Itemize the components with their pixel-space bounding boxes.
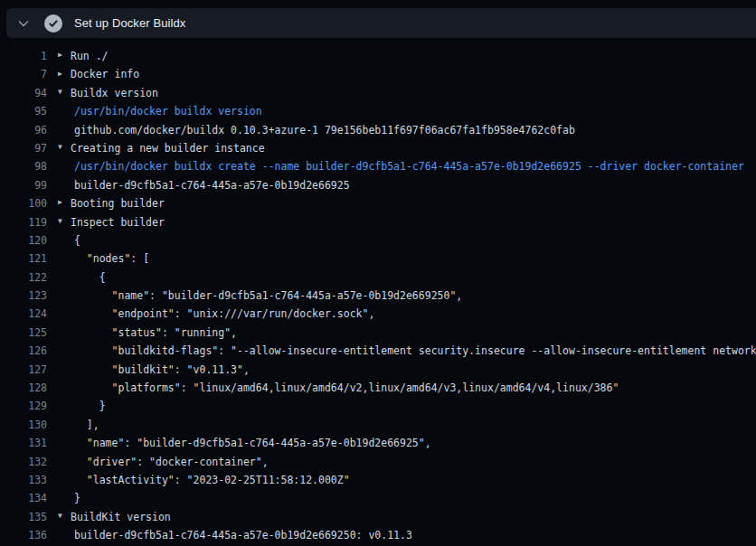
log-output: "endpoint": "unix:///var/run/docker.sock…: [58, 305, 374, 323]
caret-down-icon: ▼: [58, 139, 71, 157]
line-number[interactable]: 129: [0, 397, 47, 415]
log-output: builder-d9cfb5a1-c764-445a-a57e-0b19d2e6…: [58, 176, 350, 194]
log-line: 135▼BuildKit version: [0, 508, 756, 526]
caret-down-icon: ▼: [58, 213, 71, 231]
log-command: /usr/bin/docker buildx create --name bui…: [58, 157, 744, 175]
line-number[interactable]: 98: [0, 157, 47, 175]
line-number[interactable]: 94: [0, 84, 47, 102]
log-line: 133 "lastActivity": "2023-02-25T11:58:12…: [0, 471, 756, 489]
log-output: github.com/docker/buildx 0.10.3+azure-1 …: [58, 121, 575, 139]
log-output: "platforms": "linux/amd64,linux/amd64/v2…: [58, 379, 619, 397]
line-number[interactable]: 120: [0, 231, 47, 249]
caret-right-icon: ▶: [58, 194, 71, 212]
log-output: }: [58, 489, 80, 507]
caret-down-icon: ▼: [58, 508, 71, 526]
log-group-header[interactable]: ▶Run ./: [58, 47, 109, 65]
log-output: "status": "running",: [58, 324, 237, 342]
line-number[interactable]: 7: [0, 65, 47, 83]
log-line: 97▼Creating a new builder instance: [0, 139, 756, 157]
log-line: 134}: [0, 489, 756, 507]
line-number[interactable]: 133: [0, 471, 47, 489]
log-group-header[interactable]: ▼Buildx version: [58, 84, 158, 102]
log-output: "driver": "docker-container",: [58, 453, 269, 471]
caret-right-icon: ▶: [58, 65, 71, 83]
line-number[interactable]: 122: [0, 268, 47, 287]
line-number[interactable]: 97: [0, 139, 47, 157]
line-number[interactable]: 132: [0, 453, 47, 471]
check-circle-icon: [44, 14, 62, 33]
log-output: {: [58, 268, 106, 287]
log-group-header[interactable]: ▶Docker info: [58, 65, 139, 83]
log-output: builder-d9cfb5a1-c764-445a-a57e-0b19d2e6…: [58, 526, 412, 544]
log-line: 7▶Docker info: [0, 65, 756, 83]
log-line: 100▶Booting builder: [0, 194, 756, 212]
line-number[interactable]: 100: [0, 194, 47, 212]
log-line: 136builder-d9cfb5a1-c764-445a-a57e-0b19d…: [0, 526, 756, 544]
line-number[interactable]: 1: [0, 47, 47, 65]
group-title: Booting builder: [71, 197, 165, 210]
line-number[interactable]: 123: [0, 287, 47, 305]
group-title: BuildKit version: [71, 511, 171, 523]
log-output: }: [58, 397, 106, 415]
group-title: Docker info: [71, 68, 139, 80]
log-output: "name": "builder-d9cfb5a1-c764-445a-a57e…: [58, 434, 431, 452]
line-number[interactable]: 131: [0, 434, 47, 452]
log-group-header[interactable]: ▼BuildKit version: [58, 508, 171, 526]
line-number[interactable]: 99: [0, 176, 47, 194]
line-number[interactable]: 128: [0, 379, 47, 397]
log-output: {: [58, 231, 80, 249]
log-line: 99builder-d9cfb5a1-c764-445a-a57e-0b19d2…: [0, 176, 756, 194]
line-number[interactable]: 96: [0, 121, 47, 139]
line-number[interactable]: 130: [0, 416, 47, 434]
line-number[interactable]: 124: [0, 305, 47, 323]
log-line: 124 "endpoint": "unix:///var/run/docker.…: [0, 305, 756, 323]
caret-right-icon: ▶: [58, 47, 71, 65]
log-output: "buildkit": "v0.11.3",: [58, 361, 250, 379]
line-number[interactable]: 119: [0, 213, 47, 231]
log-line: 98/usr/bin/docker buildx create --name b…: [0, 157, 756, 175]
log-command: /usr/bin/docker buildx version: [58, 102, 262, 120]
group-title: Run ./: [71, 50, 109, 62]
log-line: 125 "status": "running",: [0, 324, 756, 342]
log-line: 127 "buildkit": "v0.11.3",: [0, 361, 756, 379]
line-number[interactable]: 95: [0, 102, 47, 120]
log-output: "nodes": [: [58, 249, 149, 268]
log-line: 131 "name": "builder-d9cfb5a1-c764-445a-…: [0, 434, 756, 452]
log-output: "buildkitd-flags": "--allow-insecure-ent…: [58, 342, 756, 360]
line-number[interactable]: 126: [0, 342, 47, 360]
log-line: 123 "name": "builder-d9cfb5a1-c764-445a-…: [0, 287, 756, 305]
line-number[interactable]: 121: [0, 249, 47, 268]
log-line: 129 }: [0, 397, 756, 415]
line-number[interactable]: 135: [0, 508, 47, 526]
log-line: 121 "nodes": [: [0, 249, 756, 268]
line-number[interactable]: 134: [0, 489, 47, 507]
log-lines: 1▶Run ./7▶Docker info94▼Buildx version95…: [0, 47, 756, 546]
line-number[interactable]: 136: [0, 526, 47, 544]
log-line: 132 "driver": "docker-container",: [0, 453, 756, 471]
log-group-header[interactable]: ▶Booting builder: [58, 194, 165, 212]
log-line: 130 ],: [0, 416, 756, 434]
log-output: "lastActivity": "2023-02-25T11:58:12.000…: [58, 471, 350, 489]
log-group-header[interactable]: ▼Creating a new builder instance: [58, 139, 265, 157]
log-line: 95/usr/bin/docker buildx version: [0, 102, 756, 120]
group-title: Creating a new builder instance: [71, 142, 265, 155]
log-line: 128 "platforms": "linux/amd64,linux/amd6…: [0, 379, 756, 397]
group-title: Buildx version: [71, 87, 158, 99]
log-line: 120{: [0, 231, 756, 249]
log-line: 126 "buildkitd-flags": "--allow-insecure…: [0, 342, 756, 360]
log-output: "name": "builder-d9cfb5a1-c764-445a-a57e…: [58, 287, 462, 305]
log-output: ],: [58, 416, 99, 434]
line-number[interactable]: 127: [0, 361, 47, 379]
group-title: Inspect builder: [71, 216, 165, 229]
log-line: 1▶Run ./: [0, 47, 756, 65]
step-header[interactable]: Set up Docker Buildx: [6, 8, 756, 38]
caret-down-icon: ▼: [58, 84, 71, 102]
chevron-down-icon[interactable]: [16, 16, 31, 31]
log-line: 119▼Inspect builder: [0, 213, 756, 231]
line-number[interactable]: 125: [0, 324, 47, 342]
log-line: 122 {: [0, 268, 756, 287]
log-group-header[interactable]: ▼Inspect builder: [58, 213, 165, 231]
step-title: Set up Docker Buildx: [74, 16, 185, 30]
log-line: 94▼Buildx version: [0, 84, 756, 102]
log-line: 96github.com/docker/buildx 0.10.3+azure-…: [0, 121, 756, 139]
